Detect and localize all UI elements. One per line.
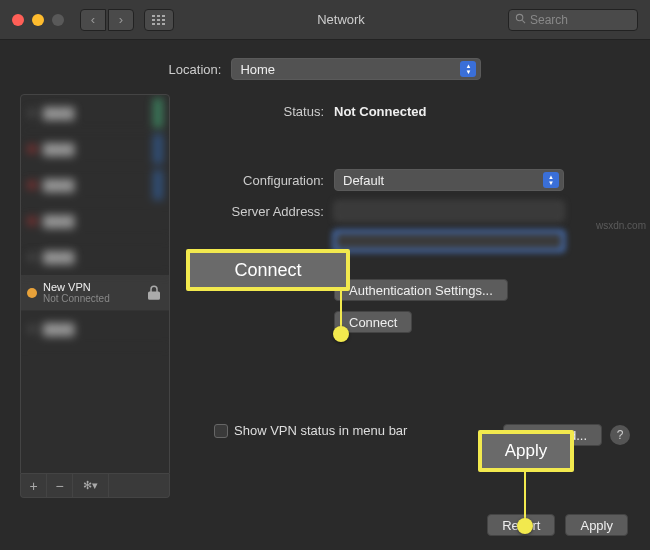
svg-rect-0 [152, 15, 155, 17]
service-name: New VPN [43, 281, 139, 293]
footer-buttons: Revert Apply [487, 514, 628, 536]
lock-icon [145, 284, 163, 302]
annotation-line [524, 470, 526, 520]
configuration-label: Configuration: [184, 173, 334, 188]
titlebar: ‹ › Network Search [0, 0, 650, 40]
svg-point-9 [516, 14, 522, 20]
status-label: Status: [184, 104, 334, 119]
chevron-updown-icon: ▲▼ [543, 172, 559, 188]
server-address-field[interactable] [334, 201, 564, 221]
account-name-field[interactable] [334, 231, 564, 251]
list-item[interactable]: ████ [21, 131, 169, 167]
configuration-value: Default [343, 173, 384, 188]
sidebar-item-vpn[interactable]: New VPN Not Connected [21, 275, 169, 311]
window-controls [12, 14, 64, 26]
svg-rect-3 [152, 19, 155, 21]
svg-rect-2 [162, 15, 165, 17]
callout-apply: Apply [478, 430, 574, 472]
svg-rect-1 [157, 15, 160, 17]
location-row: Location: Home ▲▼ [0, 40, 650, 94]
service-list[interactable]: ████ ████ ████ ████ ████ New VPN Not Con… [20, 94, 170, 474]
window-title: Network [174, 12, 508, 27]
configuration-select[interactable]: Default ▲▼ [334, 169, 564, 191]
location-value: Home [240, 62, 275, 77]
apply-button[interactable]: Apply [565, 514, 628, 536]
show-all-button[interactable] [144, 9, 174, 31]
forward-button[interactable]: › [108, 9, 134, 31]
service-sidebar: ████ ████ ████ ████ ████ New VPN Not Con… [20, 94, 170, 498]
list-item[interactable]: ████ [21, 239, 169, 275]
list-item[interactable]: ████ [21, 167, 169, 203]
add-service-button[interactable]: + [21, 474, 47, 497]
list-item[interactable]: ████ [21, 95, 169, 131]
location-label: Location: [169, 62, 222, 77]
list-item[interactable]: ████ [21, 311, 169, 347]
service-actions-button[interactable]: ✻▾ [73, 474, 109, 497]
annotation-dot [517, 518, 533, 534]
list-item[interactable]: ████ [21, 203, 169, 239]
svg-rect-7 [157, 23, 160, 25]
status-value: Not Connected [334, 104, 630, 119]
nav-buttons: ‹ › [80, 9, 134, 31]
service-status: Not Connected [43, 293, 139, 305]
location-select[interactable]: Home ▲▼ [231, 58, 481, 80]
authentication-settings-button[interactable]: Authentication Settings... [334, 279, 508, 301]
close-icon[interactable] [12, 14, 24, 26]
search-placeholder: Search [530, 13, 568, 27]
annotation-dot [333, 326, 349, 342]
svg-rect-6 [152, 23, 155, 25]
sidebar-footer: + − ✻▾ [20, 474, 170, 498]
svg-rect-4 [157, 19, 160, 21]
show-vpn-menubar-label: Show VPN status in menu bar [234, 423, 407, 438]
back-button[interactable]: ‹ [80, 9, 106, 31]
search-input[interactable]: Search [508, 9, 638, 31]
minimize-icon[interactable] [32, 14, 44, 26]
server-address-label: Server Address: [184, 204, 334, 219]
annotation-line [340, 289, 342, 329]
help-button[interactable]: ? [610, 425, 630, 445]
show-vpn-menubar-checkbox[interactable] [214, 424, 228, 438]
watermark: wsxdn.com [596, 220, 646, 231]
zoom-icon[interactable] [52, 14, 64, 26]
svg-rect-5 [162, 19, 165, 21]
search-icon [515, 13, 526, 27]
chevron-updown-icon: ▲▼ [460, 61, 476, 77]
status-dot-icon [27, 288, 37, 298]
remove-service-button[interactable]: − [47, 474, 73, 497]
svg-rect-8 [162, 23, 165, 25]
callout-connect: Connect [186, 249, 350, 291]
svg-line-10 [522, 20, 525, 23]
